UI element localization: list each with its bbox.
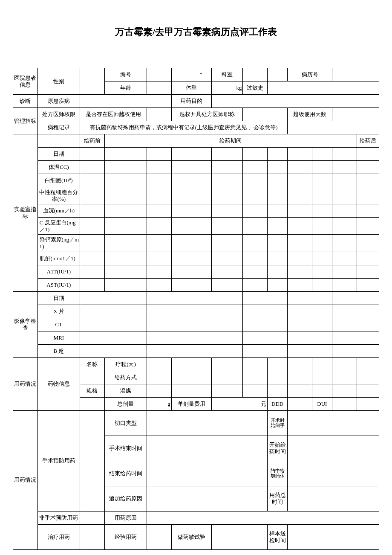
lbl-treat: 治疗用药 bbox=[37, 524, 80, 549]
record-text: 有抗菌药物特殊用药申请，或病程中有记录(上级医师查房意见见 、会诊意等) bbox=[80, 121, 288, 134]
lbl-nonsurgery: 非手术预防用药 bbox=[37, 511, 80, 524]
label-sex: 性别 bbox=[37, 68, 80, 95]
section-usage: 用药情况 bbox=[13, 410, 38, 549]
lbl-ddd: DDD bbox=[268, 397, 288, 410]
lbl-opstart: 开术时始间手 bbox=[268, 410, 288, 436]
lbl-sampletime: 样本送检时间 bbox=[268, 524, 288, 549]
main-form: 医院患者信息 性别 编号 _____ ______" 科室 病历号 年龄 体重 … bbox=[13, 68, 379, 550]
lbl-pre: 给药前 bbox=[80, 134, 105, 148]
lbl-overuse: 是否存在医师越权使用 bbox=[80, 108, 147, 121]
section-manage: 管理指标 bbox=[13, 108, 38, 134]
img-row-1: X 片 bbox=[37, 305, 80, 318]
lab-row-6: 降钙素原(ng／m1) bbox=[37, 235, 80, 252]
lbl-intra: 隋中给加药休 bbox=[268, 461, 288, 486]
section-lab: 实验室指标 bbox=[13, 134, 38, 292]
lbl-dept: 科室 bbox=[212, 68, 243, 81]
lbl-dui: DUI bbox=[312, 397, 332, 410]
lbl-total: 总剂量 bbox=[104, 397, 147, 410]
lab-row-7: 肌酐(μmo1／1) bbox=[37, 252, 80, 265]
lbl-opend: 手术结束时间 bbox=[104, 436, 147, 461]
img-row-4: B 超 bbox=[37, 344, 80, 357]
img-row-2: CT bbox=[37, 318, 80, 331]
section-patient2: 医院患者信息 bbox=[13, 68, 38, 95]
unit-yuan: 元 bbox=[212, 397, 268, 410]
lbl-medinfo: 药物信息 bbox=[37, 357, 80, 410]
lab-row-8: A1T(IU/1) bbox=[37, 265, 80, 278]
blank2: ______" bbox=[171, 68, 211, 81]
img-row-3: MRI bbox=[37, 331, 80, 344]
lbl-startmed: 开始给药时间 bbox=[268, 436, 288, 461]
lab-row-4: 血沉(mm／h) bbox=[37, 204, 80, 218]
section-med: 用药情况 bbox=[13, 357, 38, 410]
lbl-recordno: 病历号 bbox=[288, 68, 332, 81]
lbl-singlecost: 单剂量费用 bbox=[171, 397, 211, 410]
img-row-0: 日期 bbox=[37, 291, 80, 305]
lab-row-2: 白细胞(10⁹) bbox=[37, 174, 80, 187]
lbl-post: 给药后 bbox=[357, 134, 379, 148]
lbl-purpose: 用药目的 bbox=[171, 95, 211, 108]
lbl-empirical: 经验用药 bbox=[104, 524, 147, 549]
lbl-overtitle: 越权开具处方医师职称 bbox=[171, 108, 243, 121]
lbl-weight: 体重 bbox=[171, 81, 211, 95]
lbl-rxauth: 处方医师权限 bbox=[37, 108, 80, 121]
lbl-during: 给药期间 bbox=[104, 134, 357, 148]
lab-row-5: C 反应蛋白(mg／1) bbox=[37, 218, 80, 235]
blank1: _____ bbox=[147, 68, 172, 81]
lbl-allergy: 过敏史 bbox=[243, 81, 268, 95]
lbl-incision: 切口类型 bbox=[104, 410, 147, 436]
lbl-reason: 追加给药原因 bbox=[104, 486, 147, 511]
lbl-age: 年龄 bbox=[104, 81, 147, 95]
unit-g: g bbox=[147, 397, 172, 410]
page-title: 万古霉素/去甲万古霉素病历点评工作表 bbox=[13, 26, 379, 38]
lbl-name: 名称 bbox=[80, 357, 105, 371]
lab-row-0: 日期 bbox=[37, 148, 80, 161]
lbl-spec: 规格 bbox=[80, 384, 105, 397]
lbl-sensitivity: 做药敏试验 bbox=[171, 524, 211, 549]
lbl-record: 病程记录 bbox=[37, 121, 80, 134]
section-imaging: 影像学检查 bbox=[13, 291, 38, 357]
lbl-endmed: 结束给药时间 bbox=[104, 461, 147, 486]
lbl-surgery: 手术预防用药 bbox=[37, 410, 80, 511]
lbl-route: 给药方式 bbox=[104, 371, 147, 384]
lbl-number: 编号 bbox=[104, 68, 147, 81]
lab-row-9: AST(IU/1) bbox=[37, 278, 80, 291]
lab-row-1: 体温CC) bbox=[37, 161, 80, 174]
lbl-overdays: 越级使用天数 bbox=[288, 108, 332, 121]
unit-kg: kg bbox=[212, 81, 243, 95]
lbl-totaltime: 用药总时间 bbox=[268, 486, 288, 511]
lbl-course: 疗程(天) bbox=[104, 357, 147, 371]
section-diagnosis: 诊断 bbox=[13, 95, 38, 108]
lbl-orig: 原患疾病 bbox=[37, 95, 80, 108]
lbl-solvent: 溶媒 bbox=[104, 384, 147, 397]
lbl-medreason: 用药原因 bbox=[104, 511, 147, 524]
lab-row-3: 中性粒细胞百分率(%) bbox=[37, 187, 80, 204]
